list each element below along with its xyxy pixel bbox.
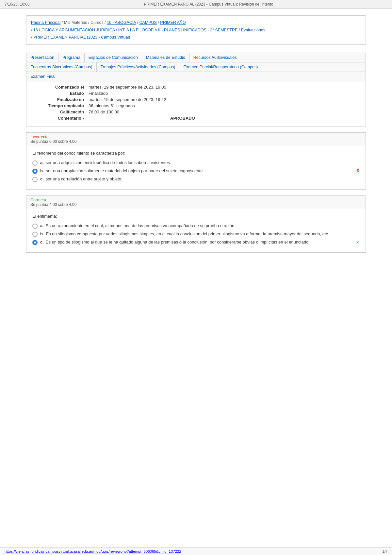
estado-label: Estado [33, 91, 89, 96]
calificacion-value: 76,00 de 100,00 [89, 109, 119, 114]
breadcrumb-link-campus[interactable]: CAMPUS [139, 20, 156, 25]
question-2-text: El entimema: [32, 214, 360, 219]
finalizado-value: martes, 19 de septiembre de 2023, 19:42 [89, 97, 166, 102]
question-1-radio-a[interactable] [32, 160, 38, 166]
question-1-body: El fenómeno del conocimiento se caracter… [26, 146, 366, 189]
breadcrumb-link-pagina-principal[interactable]: Página Principal [31, 20, 60, 25]
info-row-finalizado: Finalizado en martes, 19 de septiembre d… [33, 97, 359, 102]
tiempo-value: 36 minutos 51 segundos [89, 103, 135, 108]
tabs-row-1: Presentación Programa Espacios de Comuni… [26, 53, 366, 62]
info-row-comenzado: Comenzado el martes, 19 de septiembre de… [33, 85, 359, 90]
question-2-radio-b[interactable] [32, 232, 38, 237]
tab-presentacion[interactable]: Presentación [26, 53, 58, 62]
breadcrumb-line2: / 16-LÓGICA Y ARGUMENTACIÓN JURÍDICA / I… [31, 26, 361, 34]
question-2-option-b: b. Es un silogismo compuesto por varios … [32, 231, 360, 237]
question-1-mark-b: ✗ [356, 168, 360, 173]
breadcrumb-link-abogacia[interactable]: 16 - ABOGACÍA [107, 20, 136, 25]
info-row-tiempo: Tiempo empleado 36 minutos 51 segundos [33, 103, 359, 108]
browser-bar: 7/10/23, 16:03 PRIMER EXAMEN PARCIAL (20… [0, 0, 392, 9]
question-2-puntua: Se puntúa 4,00 sobre 4,00 [30, 202, 362, 207]
breadcrumb-link-examen[interactable]: PRIMER EXAMEN PARCIAL (2023 - Campus Vir… [33, 35, 130, 40]
aprobado-badge: APROBADO [170, 116, 195, 121]
tabs-row-2: Encuentros Sincrónicos (Campus) Trabajos… [26, 62, 366, 72]
question-1-label-a: a. [40, 160, 44, 165]
tab-examen-final[interactable]: Examen Final [26, 72, 59, 81]
breadcrumb: Página Principal / Mis Materias / Cursos… [26, 15, 366, 45]
page-title-bar: PRIMER EXAMEN PARCIAL (2023 - Campus Vir… [144, 2, 273, 7]
question-2-label-a: a. [40, 223, 44, 228]
tab-espacios-comunicacion[interactable]: Espacios de Comunicación [85, 53, 142, 62]
question-1-radio-c[interactable] [32, 177, 38, 182]
question-2-option-c: c. Es un tipo de silogismo al que se le … [32, 240, 360, 245]
question-2-text-b: Es un silogismo compuesto por varios sil… [46, 231, 360, 236]
question-1-puntua: Se puntúa 0,00 sobre 4,00 [30, 139, 362, 144]
question-2-radio-c[interactable] [32, 240, 38, 245]
question-2-option-a: a. Es un razonamiento en el cual, al men… [32, 223, 360, 229]
question-1-option-b: b. ser una apropiación solamente materia… [32, 168, 360, 174]
question-2-body: El entimema: a. Es un razonamiento en el… [26, 209, 366, 252]
comentario-label: Comentario - [33, 116, 89, 121]
question-2-text-a: Es un razonamiento en el cual, al menos … [46, 223, 360, 228]
comenzado-label: Comenzado el [33, 85, 89, 90]
exam-info-table: Comenzado el martes, 19 de septiembre de… [26, 81, 366, 126]
question-2-mark-c: ✓ [356, 240, 360, 244]
question-2-text-c: Es un tipo de silogismo al que se le ha … [46, 240, 355, 244]
info-row-comentario: Comentario - APROBADO [33, 116, 359, 121]
question-2-label-b: b. [40, 231, 44, 236]
info-row-calificacion: Calificación 76,00 de 100,00 [33, 109, 359, 114]
breadcrumb-line1: Página Principal / Mis Materias / Cursos… [31, 19, 361, 26]
question-2-label-c: c. [40, 240, 44, 244]
question-1-label-b: b. [40, 168, 44, 173]
tab-recursos-audiovisuales[interactable]: Recursos Audiovisuales [189, 53, 241, 62]
breadcrumb-link-primer-ano[interactable]: PRIMER AÑO [160, 20, 186, 25]
breadcrumb-line3: / PRIMER EXAMEN PARCIAL (2023 - Campus V… [31, 34, 361, 41]
question-1-text-a: ser una adquisición enciclopédica de tod… [46, 160, 360, 165]
tabs-row-3: Examen Final [26, 72, 366, 81]
estado-value: Finalizado [89, 91, 108, 96]
calificacion-label: Calificación [33, 109, 89, 114]
tab-materiales-estudio[interactable]: Materiales de Estudio [142, 53, 189, 62]
tab-encuentros-sincronicos[interactable]: Encuentros Sincrónicos (Campus) [26, 62, 97, 72]
question-1-label-c: c. [40, 177, 44, 181]
page-content: Página Principal / Mis Materias / Cursos… [16, 9, 376, 272]
question-1-status-bar: Incorrecta Se puntúa 0,00 sobre 4,00 [26, 133, 366, 146]
question-1-option-c: c. ser una correlación entre sujeto y ob… [32, 177, 360, 182]
tab-programa[interactable]: Programa [58, 53, 85, 62]
question-1-text-c: ser una correlación entre sujeto y objet… [46, 177, 360, 181]
info-row-estado: Estado Finalizado [33, 91, 359, 96]
question-1-text-b: ser una apropiación solamente material d… [46, 168, 355, 173]
question-1-status: Incorrecta [30, 135, 362, 139]
breadcrumb-link-logica[interactable]: 16-LÓGICA Y ARGUMENTACIÓN JURÍDICA / INT… [33, 28, 237, 32]
tiempo-label: Tiempo empleado [33, 103, 89, 108]
comenzado-value: martes, 19 de septiembre de 2023, 19:05 [89, 85, 166, 90]
datetime: 7/10/23, 16:03 [5, 2, 30, 7]
course-tabs-container: Presentación Programa Espacios de Comuni… [26, 53, 366, 126]
question-1-radio-b[interactable] [32, 169, 38, 174]
question-2-status-bar: Correcta Se puntúa 4,00 sobre 4,00 [26, 196, 366, 209]
question-block-2: Correcta Se puntúa 4,00 sobre 4,00 El en… [26, 195, 366, 253]
tab-examen-parcial[interactable]: Examen Parcial/Recuperatorio (Campus) [179, 62, 262, 72]
question-1-option-a: a. ser una adquisición enciclopédica de … [32, 160, 360, 166]
question-2-radio-a[interactable] [32, 224, 38, 229]
tab-trabajos-practicos[interactable]: Trabajos Prácticos/Actividades (Campus) [97, 62, 180, 72]
finalizado-label: Finalizado en [33, 97, 89, 102]
question-2-status: Correcta [30, 198, 362, 202]
question-block-1: Incorrecta Se puntúa 0,00 sobre 4,00 El … [26, 132, 366, 190]
breadcrumb-link-evaluaciones[interactable]: Evaluaciones [241, 28, 265, 32]
question-1-text: El fenómeno del conocimiento se caracter… [32, 151, 360, 156]
